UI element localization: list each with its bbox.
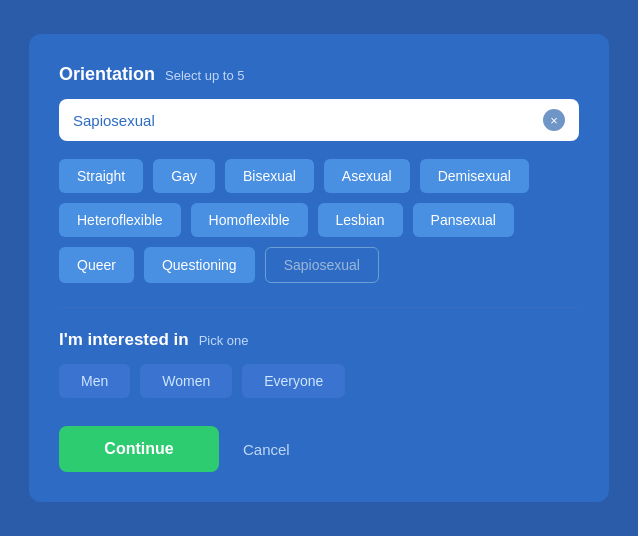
tag-queer[interactable]: Queer <box>59 247 134 283</box>
tag-straight[interactable]: Straight <box>59 159 143 193</box>
tag-women[interactable]: Women <box>140 364 232 398</box>
tag-sapiosexual[interactable]: Sapiosexual <box>265 247 379 283</box>
search-tag-value: Sapiosexual <box>73 112 155 129</box>
interested-in-subtitle: Pick one <box>199 333 249 348</box>
modal: Orientation Select up to 5 Sapiosexual ×… <box>29 34 609 502</box>
continue-button[interactable]: Continue <box>59 426 219 472</box>
tag-lesbian[interactable]: Lesbian <box>318 203 403 237</box>
tag-heteroflexible[interactable]: Heteroflexible <box>59 203 181 237</box>
tag-questioning[interactable]: Questioning <box>144 247 255 283</box>
tag-bisexual[interactable]: Bisexual <box>225 159 314 193</box>
tag-men[interactable]: Men <box>59 364 130 398</box>
clear-button[interactable]: × <box>543 109 565 131</box>
tag-pansexual[interactable]: Pansexual <box>413 203 514 237</box>
tag-demisexual[interactable]: Demisexual <box>420 159 529 193</box>
interested-in-heading: I'm interested in Pick one <box>59 330 579 350</box>
actions-bar: Continue Cancel <box>59 426 579 472</box>
orientation-tags: Straight Gay Bisexual Asexual Demisexual… <box>59 159 579 283</box>
cancel-button[interactable]: Cancel <box>243 441 290 458</box>
orientation-heading: Orientation Select up to 5 <box>59 64 579 85</box>
orientation-label: Orientation <box>59 64 155 85</box>
section-divider <box>59 307 579 308</box>
interest-tags: Men Women Everyone <box>59 364 579 398</box>
search-bar: Sapiosexual × <box>59 99 579 141</box>
orientation-subtitle: Select up to 5 <box>165 68 245 83</box>
tag-homoflexible[interactable]: Homoflexible <box>191 203 308 237</box>
tag-everyone[interactable]: Everyone <box>242 364 345 398</box>
tag-gay[interactable]: Gay <box>153 159 215 193</box>
interested-in-label: I'm interested in <box>59 330 189 350</box>
tag-asexual[interactable]: Asexual <box>324 159 410 193</box>
